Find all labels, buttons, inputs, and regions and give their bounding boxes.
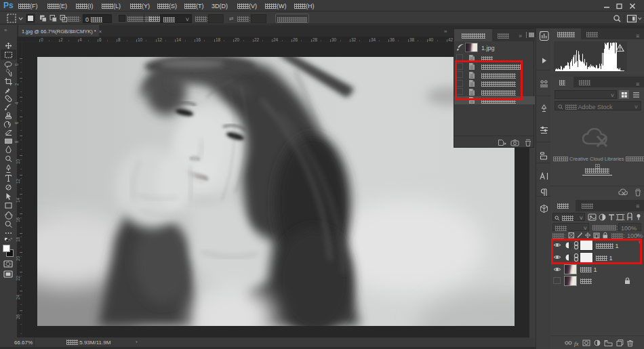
svg-text:fx: fx (574, 340, 579, 347)
